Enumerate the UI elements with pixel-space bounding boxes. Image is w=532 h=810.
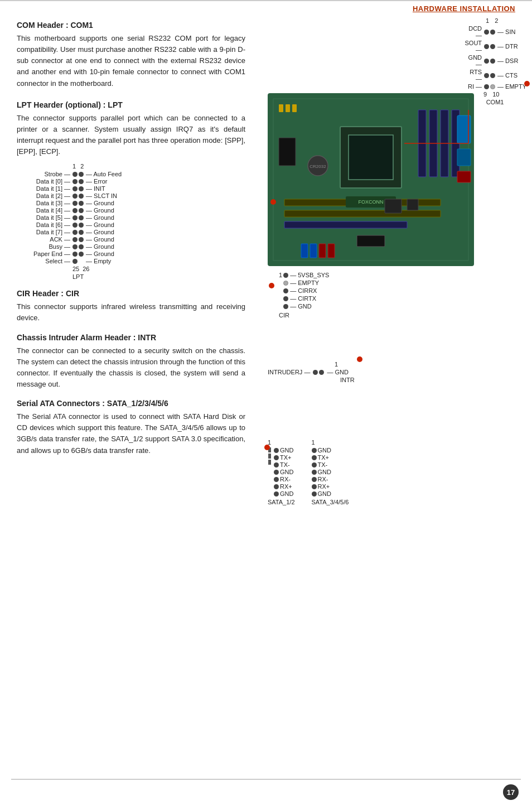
svg-rect-13 — [284, 221, 407, 228]
svg-rect-12 — [284, 210, 441, 217]
lpt-num26: 26 — [83, 266, 89, 272]
hardware-installation-link[interactable]: HARDWARE INSTALLATION — [413, 4, 515, 13]
lpt-pin-data1: Data it [1] — — INIT — [28, 185, 234, 192]
right-column: 1 2 DCD — — SIN SOUT — — DTR — [257, 15, 532, 785]
intr-diagram: 1 INTRUDERJ — — GND INTR — [268, 361, 355, 383]
cir-body: This connector supports infrared wireles… — [17, 301, 245, 324]
svg-rect-15 — [457, 149, 471, 166]
com1-row-rts: RTS — — CTS — [463, 69, 526, 82]
chassis-title: Chassis Intruder Alarm Header : INTR — [17, 333, 245, 342]
motherboard-svg: FOXCONN CR2032 — [268, 93, 474, 266]
sata3456-pins: GND TX+ TX- — [312, 447, 331, 498]
sata3456-txm: TX- — [312, 461, 331, 468]
lpt-section: LPT Hearder (optional) : LPT The connect… — [17, 100, 245, 281]
sata12-rxp: RX+ — [274, 483, 293, 490]
sata3456-gnd2: GND — [312, 469, 331, 475]
lpt-pin-data2: Data it [2] — — SLCT IN — [28, 192, 234, 199]
content-area: COM Header : COM1 This motherboard suppo… — [0, 15, 532, 785]
svg-rect-6 — [292, 104, 297, 112]
sata12-tab2 — [268, 454, 271, 459]
sata-12-diagram: 1 GND — [268, 439, 295, 505]
sata12-txm: TX- — [274, 461, 293, 468]
cir-pin-dots: — 5VSB_SYS — EMPTY — CIRRX — [283, 272, 329, 311]
sata-diagrams-container: 1 GND — [268, 439, 349, 505]
sata12-rxm: RX- — [274, 476, 293, 483]
lpt-pin-select: Select — — Empty — [28, 258, 234, 264]
sata-section: Serial ATA Connectors : SATA_1/2/3/4/5/6… — [17, 399, 245, 456]
cir-section: CIR Header : CIR This connector supports… — [17, 289, 245, 324]
svg-rect-20 — [328, 244, 335, 258]
sata3456-content: GND TX+ TX- — [312, 447, 331, 498]
svg-rect-17 — [301, 244, 308, 258]
lpt-bullet — [270, 199, 276, 205]
lpt-title: LPT Hearder (optional) : LPT — [17, 100, 245, 109]
sata12-tab3 — [268, 460, 271, 465]
lpt-pin-data7: Data it [7] — — Ground — [28, 229, 234, 235]
lpt-pin-data5: Data it [5] — — Ground — [28, 214, 234, 221]
svg-rect-19 — [319, 244, 326, 258]
svg-text:CR2032: CR2032 — [309, 164, 326, 169]
cir-pin-gnd: — GND — [283, 303, 329, 310]
left-column: COM Header : COM1 This motherboard suppo… — [0, 15, 257, 785]
sata12-gnd1: GND — [274, 447, 293, 454]
cir-pin-cirrx: — CIRRX — [283, 287, 329, 294]
sata3456-rxm: RX- — [312, 476, 331, 483]
svg-rect-25 — [385, 199, 402, 213]
cir-bullet — [269, 283, 274, 288]
svg-rect-4 — [279, 104, 283, 112]
cir-start-num: 1 — [279, 272, 282, 278]
com1-bullet — [524, 81, 530, 86]
intr-row: INTRUDERJ — — GND — [268, 369, 355, 375]
sata3456-txp: TX+ — [312, 454, 331, 461]
page-number: 17 — [503, 784, 519, 800]
com1-diagram: 1 2 DCD — — SIN SOUT — — DTR — [463, 17, 526, 105]
cir-label: CIR — [279, 312, 329, 319]
intr-bullet — [357, 356, 362, 362]
svg-text:FOXCONN: FOXCONN — [359, 199, 384, 205]
intr-right-label: — GND — [327, 369, 349, 375]
bottom-line — [11, 779, 521, 780]
lpt-num1: 1 — [72, 163, 76, 170]
cir-diagram: 1 — 5VSB_SYS — EMPTY — [279, 272, 329, 319]
sata3456-gnd1: GND — [312, 447, 331, 454]
sata3456-rxp: RX+ — [312, 483, 331, 490]
chassis-section: Chassis Intruder Alarm Header : INTR The… — [17, 333, 245, 390]
sata12-label: SATA_1/2 — [268, 499, 295, 505]
cir-title: CIR Header : CIR — [17, 289, 245, 298]
svg-rect-5 — [286, 104, 290, 112]
lpt-label: LPT — [72, 273, 234, 280]
chassis-body: The connector can be connected to a secu… — [17, 345, 245, 390]
lpt-body: The connector supports parallel port whi… — [17, 113, 245, 158]
lpt-pin-busy: Busy — — Ground — [28, 243, 234, 250]
intr-num: 1 — [335, 361, 355, 368]
com-body: This motherboard supports one serial RS2… — [17, 33, 245, 89]
com1-row-ri: RI — — EMPTY — [463, 83, 526, 90]
sata-body: The Serial ATA connector is used to conn… — [17, 411, 245, 456]
com-title: COM Header : COM1 — [17, 21, 245, 30]
right-absolute-container: 1 2 DCD — — SIN SOUT — — DTR — [262, 15, 532, 785]
lpt-pin-data3: Data it [3] — — Ground — [28, 200, 234, 206]
sata3456-num: 1 — [312, 439, 315, 446]
sata-3456-diagram: 1 GND TX+ — [312, 439, 349, 505]
lpt-pin-ack: ACK — — Ground — [28, 236, 234, 243]
com1-row-gnd: GND — — DSR — [463, 54, 526, 68]
com1-bottom-nums: 910 — [483, 91, 526, 98]
sata-bullet — [264, 445, 270, 450]
com1-row-sout: SOUT — — DTR — [463, 40, 526, 53]
com1-row-dcd: DCD — — SIN — [463, 25, 526, 38]
com1-num2: 2 — [495, 17, 498, 24]
sata3456-label: SATA_3/4/5/6 — [312, 499, 349, 505]
lpt-diagram: 1 2 Strobe — — Auto Feed Data it [0] — —… — [28, 163, 234, 280]
sata12-content: GND TX+ TX- — [268, 447, 293, 498]
svg-rect-16 — [457, 171, 471, 182]
cir-pin-5vsb: — 5VSB_SYS — [283, 272, 329, 278]
lpt-pin-data6: Data it [6] — — Ground — [28, 221, 234, 228]
sata12-gnd3: GND — [274, 490, 293, 497]
svg-rect-30 — [357, 235, 385, 247]
com-section: COM Header : COM1 This motherboard suppo… — [17, 21, 245, 89]
sata12-txp: TX+ — [274, 454, 293, 461]
intr-left-label: INTRUDERJ — — [268, 369, 310, 375]
intr-label: INTR — [340, 377, 355, 383]
sata-title: Serial ATA Connectors : SATA_1/2/3/4/5/6 — [17, 399, 245, 408]
com1-num1: 1 — [486, 17, 489, 24]
